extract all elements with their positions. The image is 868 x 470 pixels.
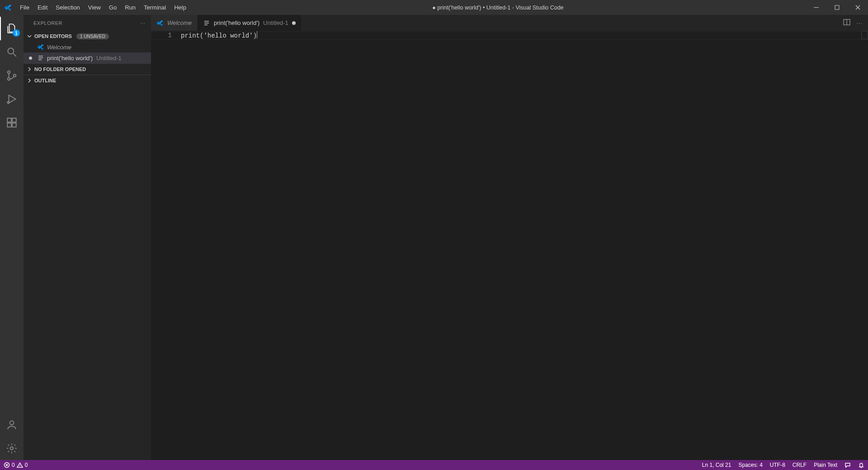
tab-welcome-label: Welcome <box>167 19 192 26</box>
svg-rect-7 <box>7 118 11 122</box>
menu-edit[interactable]: Edit <box>33 0 52 15</box>
svg-point-6 <box>7 101 9 103</box>
svg-point-11 <box>10 421 14 425</box>
status-language[interactable]: Plain Text <box>810 460 841 470</box>
open-editor-untitled-label: print('hello world') <box>47 55 93 62</box>
chevron-down-icon <box>26 33 33 39</box>
activity-search[interactable] <box>0 40 24 64</box>
svg-rect-10 <box>12 123 16 127</box>
minimap[interactable] <box>862 31 868 39</box>
window-title: ● print('hello world') • Untitled-1 - Vi… <box>190 5 806 11</box>
status-notifications-icon[interactable] <box>854 460 868 470</box>
status-indent[interactable]: Spaces: 4 <box>735 460 766 470</box>
window-close-button[interactable] <box>847 0 868 15</box>
svg-point-5 <box>14 74 16 76</box>
open-editor-untitled[interactable]: print('hello world') Untitled-1 <box>24 52 151 63</box>
activity-run-debug[interactable] <box>0 87 24 111</box>
status-errors: 0 <box>12 462 15 468</box>
no-folder-header[interactable]: NO FOLDER OPENED <box>24 64 151 75</box>
status-warnings: 0 <box>25 462 28 468</box>
dirty-dot-icon <box>29 57 32 60</box>
status-bar: 0 0 Ln 1, Col 21 Spaces: 4 UTF-8 CRLF Pl… <box>0 460 868 470</box>
menu-selection[interactable]: Selection <box>52 0 84 15</box>
tab-untitled[interactable]: print('hello world') Untitled-1 <box>198 15 302 31</box>
no-folder-label: NO FOLDER OPENED <box>34 66 86 72</box>
status-feedback-icon[interactable] <box>841 460 854 470</box>
editor-body[interactable]: 1 print('hello world') <box>151 31 868 460</box>
tab-welcome[interactable]: Welcome <box>151 15 198 31</box>
tab-untitled-sub: Untitled-1 <box>263 19 288 26</box>
open-editor-welcome-label: Welcome <box>47 44 71 51</box>
menu-view[interactable]: View <box>84 0 105 15</box>
code-pane[interactable]: print('hello world') <box>181 31 868 460</box>
unsaved-badge: 1 UNSAVED <box>76 33 109 39</box>
menu-file[interactable]: File <box>16 0 33 15</box>
chevron-right-icon <box>26 77 33 84</box>
explorer-badge: 1 <box>13 29 20 37</box>
sidebar-more-icon[interactable]: ··· <box>140 20 146 26</box>
open-editors-header[interactable]: OPEN EDITORS 1 UNSAVED <box>24 31 151 42</box>
status-encoding[interactable]: UTF-8 <box>766 460 789 470</box>
window-maximize-button[interactable] <box>826 0 847 15</box>
svg-point-4 <box>8 78 10 80</box>
window-controls <box>806 0 868 15</box>
window-minimize-button[interactable] <box>806 0 826 15</box>
text-cursor <box>257 31 257 38</box>
tab-dirty-dot-icon <box>292 21 296 25</box>
activity-bar: 1 <box>0 15 24 460</box>
status-position[interactable]: Ln 1, Col 21 <box>698 460 735 470</box>
outline-label: OUTLINE <box>34 78 56 83</box>
menu-terminal[interactable]: Terminal <box>140 0 170 15</box>
menu-help[interactable]: Help <box>170 0 190 15</box>
open-editor-untitled-sub: Untitled-1 <box>96 55 122 62</box>
editor-actions: ··· <box>837 15 868 31</box>
svg-rect-8 <box>12 118 16 122</box>
sidebar-header: EXPLORER ··· <box>24 15 151 31</box>
svg-point-2 <box>8 48 14 54</box>
svg-point-3 <box>8 71 10 73</box>
tab-untitled-label: print('hello world') <box>214 19 259 26</box>
status-problems[interactable]: 0 0 <box>0 460 31 470</box>
code-line[interactable]: print('hello world') <box>181 31 868 40</box>
side-bar: EXPLORER ··· OPEN EDITORS 1 UNSAVED Welc… <box>24 15 151 460</box>
split-editor-icon[interactable] <box>843 18 851 28</box>
menu-bar: File Edit Selection View Go Run Terminal… <box>16 0 190 15</box>
activity-accounts[interactable] <box>0 413 24 437</box>
open-editors-label: OPEN EDITORS <box>34 33 72 39</box>
title-bar: File Edit Selection View Go Run Terminal… <box>0 0 868 15</box>
tabs-row: Welcome print('hello world') Untitled-1 <box>151 15 868 31</box>
menu-go[interactable]: Go <box>105 0 121 15</box>
svg-rect-9 <box>7 123 11 127</box>
line-number-gutter: 1 <box>151 31 181 460</box>
code-text: print('hello world') <box>181 32 257 39</box>
menu-run[interactable]: Run <box>121 0 140 15</box>
activity-extensions[interactable] <box>0 111 24 134</box>
activity-explorer[interactable]: 1 <box>0 17 24 40</box>
activity-settings[interactable] <box>0 437 24 460</box>
app-icon <box>0 0 16 15</box>
svg-point-12 <box>10 447 14 450</box>
line-number: 1 <box>151 31 172 40</box>
svg-rect-1 <box>835 5 839 9</box>
svg-rect-0 <box>814 7 819 8</box>
status-eol[interactable]: CRLF <box>789 460 810 470</box>
activity-source-control[interactable] <box>0 64 24 87</box>
chevron-right-icon <box>26 66 33 72</box>
editor-more-icon[interactable]: ··· <box>856 19 863 26</box>
editor-area: Welcome print('hello world') Untitled-1 <box>151 15 868 460</box>
outline-header[interactable]: OUTLINE <box>24 75 151 86</box>
sidebar-title: EXPLORER <box>33 20 62 26</box>
open-editor-welcome[interactable]: Welcome <box>24 42 151 52</box>
